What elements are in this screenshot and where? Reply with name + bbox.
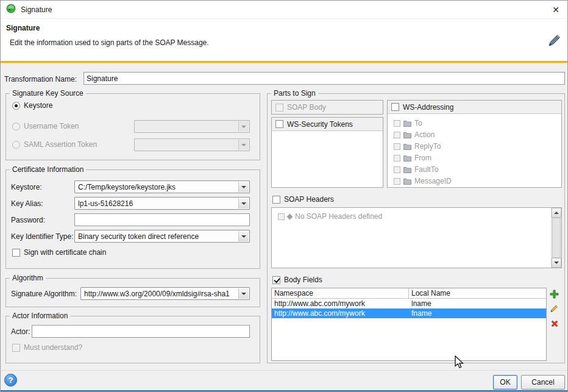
- chevron-down-icon[interactable]: [238, 288, 249, 299]
- close-icon[interactable]: ✕: [544, 1, 567, 19]
- chevron-down-icon: [238, 121, 249, 132]
- no-soap-headers-checkbox: [278, 213, 285, 220]
- column-header-namespace[interactable]: Namespace: [272, 288, 409, 298]
- body-fields-label: Body Fields: [284, 276, 322, 284]
- must-understand-checkbox: [12, 344, 20, 352]
- vertical-scrollbar[interactable]: [551, 208, 561, 268]
- folder-icon: [403, 120, 411, 127]
- group-title: Signature Key Source: [10, 89, 86, 98]
- key-alias-label: Key Alias:: [11, 199, 43, 208]
- transformation-name-input[interactable]: [83, 72, 565, 85]
- window-bottom-edge: [1, 390, 567, 391]
- scroll-thumb[interactable]: [552, 218, 561, 258]
- keystore-radio-label: Keystore: [24, 101, 52, 110]
- folder-icon: [403, 155, 411, 162]
- help-icon: ?: [9, 376, 13, 385]
- ws-security-tokens-panel: WS-Security Tokens: [271, 117, 383, 188]
- window-title: Signature: [21, 5, 52, 14]
- ws-item-label: MessageID: [414, 177, 452, 185]
- keystore-combo[interactable]: C:/Temp/keystore/keystore.jks: [74, 180, 250, 193]
- ws-security-tokens-label: WS-Security Tokens: [287, 120, 353, 129]
- actor-input[interactable]: [32, 325, 250, 338]
- key-identifier-type-label: Key Identifier Type:: [11, 232, 74, 241]
- add-row-button[interactable]: [549, 289, 559, 299]
- footer-divider: [1, 370, 567, 371]
- add-icon: [550, 290, 559, 299]
- must-understand-label: Must understand?: [24, 343, 82, 352]
- body-fields-table: Namespace Local Name http://www.abc.com/…: [271, 288, 547, 361]
- dialog-header: Signature Edit the information used to s…: [1, 19, 567, 63]
- ws-security-tokens-checkbox[interactable]: [275, 120, 283, 128]
- edit-row-button[interactable]: [549, 303, 559, 313]
- list-item: To: [394, 119, 422, 127]
- group-title: Algorithm: [10, 274, 46, 282]
- password-input[interactable]: [74, 213, 250, 226]
- parts-to-sign-group: Parts to Sign SOAP Body WS-Security Toke…: [267, 93, 565, 363]
- soap-headers-label: SOAP Headers: [284, 195, 334, 204]
- help-button[interactable]: ?: [4, 374, 17, 387]
- cancel-button[interactable]: Cancel: [521, 375, 565, 390]
- username-token-combo: [134, 120, 250, 133]
- ws-item-label: ReplyTo: [414, 142, 441, 151]
- page-title: Signature: [6, 24, 40, 32]
- key-identifier-type-combo[interactable]: Binary security token direct reference: [74, 230, 250, 243]
- soap-headers-panel: No SOAP Headers defined: [271, 207, 562, 268]
- signature-dialog: Signature ✕ Signature Edit the informati…: [0, 0, 568, 392]
- ws-addressing-panel: WS-Addressing To Action ReplyTo From: [387, 100, 562, 188]
- ws-item-label: FaultTo: [414, 165, 438, 174]
- delete-x-icon: [550, 319, 559, 328]
- saml-token-combo: [134, 138, 250, 151]
- username-token-radio[interactable]: [12, 123, 20, 130]
- list-item: Action: [394, 130, 435, 139]
- titlebar: Signature ✕: [1, 1, 567, 19]
- diamond-icon: [287, 213, 293, 219]
- ws-action-checkbox: [394, 132, 400, 138]
- algorithm-group: Algorithm Signature Algorithm: http://ww…: [5, 278, 260, 307]
- list-item: From: [394, 154, 431, 162]
- chevron-down-icon[interactable]: [238, 182, 249, 192]
- no-soap-headers-label: No SOAP Headers defined: [295, 212, 382, 221]
- actor-label: Actor:: [11, 327, 30, 336]
- app-icon: [6, 4, 16, 15]
- keystore-radio[interactable]: [12, 102, 20, 110]
- group-title: Parts to Sign: [271, 89, 318, 98]
- signature-algorithm-combo[interactable]: http://www.w3.org/2000/09/xmldsig#rsa-sh…: [80, 287, 250, 300]
- cell-namespace: http://www.abc.com/mywork: [272, 299, 409, 308]
- group-title: Certificate Information: [10, 165, 86, 174]
- scroll-down-icon[interactable]: [552, 258, 561, 268]
- soap-headers-checkbox[interactable]: [272, 196, 280, 204]
- password-label: Password:: [11, 216, 45, 224]
- username-token-radio-label: Username Token: [24, 122, 79, 130]
- delete-row-button[interactable]: [549, 318, 559, 329]
- list-item: No SOAP Headers defined: [278, 212, 382, 221]
- column-header-local-name[interactable]: Local Name: [409, 288, 546, 298]
- table-header-row: Namespace Local Name: [272, 288, 546, 299]
- page-description: Edit the information used to sign parts …: [10, 38, 209, 47]
- ws-faultto-checkbox: [394, 166, 400, 173]
- sign-with-chain-checkbox[interactable]: [12, 249, 20, 257]
- body-fields-checkbox[interactable]: [272, 276, 280, 284]
- chevron-down-icon[interactable]: [238, 198, 249, 208]
- chevron-down-icon[interactable]: [238, 231, 249, 241]
- edit-pencil-icon: [550, 304, 559, 313]
- saml-token-radio[interactable]: [12, 141, 20, 149]
- soap-body-panel: SOAP Body: [271, 100, 383, 115]
- signature-key-source-group: Signature Key Source Keystore Username T…: [5, 93, 260, 160]
- group-title: Actor Information: [10, 312, 70, 320]
- scroll-up-icon[interactable]: [552, 208, 561, 218]
- keystore-label: Keystore:: [11, 183, 42, 191]
- key-alias-combo[interactable]: lp1-us-51628216: [74, 197, 250, 210]
- ws-addressing-label: WS-Addressing: [403, 103, 453, 112]
- table-row-selected[interactable]: http://www.abc.com/mywork fname: [272, 308, 546, 318]
- ws-from-checkbox: [394, 155, 400, 162]
- transformation-name-label: Transformation Name:: [4, 75, 77, 84]
- table-row[interactable]: http://www.abc.com/mywork lname: [272, 299, 546, 308]
- ws-messageid-checkbox: [394, 178, 400, 185]
- ws-addressing-checkbox[interactable]: [391, 103, 399, 111]
- folder-icon: [403, 178, 411, 185]
- folder-icon: [403, 132, 411, 138]
- ws-replyto-checkbox: [394, 143, 400, 150]
- signature-algorithm-label: Signature Algorithm:: [11, 290, 77, 298]
- ok-button[interactable]: OK: [493, 375, 517, 390]
- list-item: MessageID: [394, 177, 452, 185]
